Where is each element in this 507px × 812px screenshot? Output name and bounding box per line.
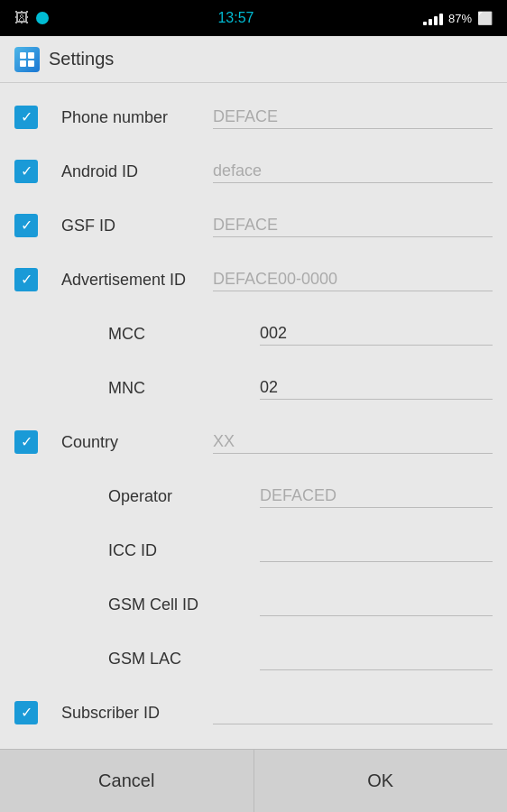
- setting-row-gsm-cell-id: GSM Cell ID: [0, 577, 507, 632]
- checkbox-area-gsf-id: ✓: [14, 214, 61, 237]
- label-phone-number: Phone number: [61, 108, 206, 127]
- field-wrapper-icc-id: [260, 539, 493, 562]
- setting-row-operator: Operator: [0, 469, 507, 523]
- checkmark-gsf-id: ✓: [21, 218, 32, 233]
- status-right: 87% ⬜: [423, 11, 493, 25]
- label-android-id: Android ID: [61, 162, 206, 181]
- input-operator[interactable]: [260, 484, 493, 508]
- field-wrapper-android-id: [213, 160, 493, 183]
- dot-icon: [36, 12, 49, 24]
- label-operator: Operator: [108, 487, 253, 506]
- input-gsf-id[interactable]: [213, 214, 493, 237]
- field-wrapper-phone-number: [213, 106, 493, 129]
- battery-icon: ⬜: [477, 11, 493, 25]
- setting-row-mnc: MNC: [0, 361, 507, 415]
- app-icon: [14, 47, 40, 72]
- svg-rect-3: [28, 60, 34, 67]
- setting-row-mcc: MCC: [0, 307, 507, 361]
- checkmark-subscriber-id: ✓: [21, 706, 32, 720]
- checkbox-gsf-id[interactable]: ✓: [14, 214, 38, 237]
- input-icc-id[interactable]: [260, 539, 493, 562]
- page-title: Settings: [49, 49, 114, 69]
- input-gsm-cell-id[interactable]: [260, 593, 493, 616]
- checkbox-area-phone-number: ✓: [14, 106, 61, 129]
- ok-button[interactable]: OK: [254, 750, 508, 812]
- input-gsm-lac[interactable]: [260, 647, 493, 670]
- field-wrapper-operator: [260, 484, 493, 508]
- label-icc-id: ICC ID: [108, 541, 253, 560]
- field-wrapper-gsm-cell-id: [260, 593, 493, 616]
- checkmark-country: ✓: [21, 435, 32, 449]
- input-android-id[interactable]: [213, 160, 493, 183]
- signal-icon: [423, 11, 443, 25]
- svg-rect-1: [28, 52, 34, 59]
- checkbox-android-id[interactable]: ✓: [14, 160, 38, 183]
- button-bar: Cancel OK: [0, 749, 507, 812]
- label-gsm-lac: GSM LAC: [108, 650, 253, 669]
- field-wrapper-advertisement-id: [213, 268, 493, 291]
- clock: 13:57: [217, 10, 254, 26]
- setting-row-gsm-lac: GSM LAC: [0, 632, 507, 686]
- setting-row-android-id: ✓ Android ID: [0, 144, 507, 198]
- label-mnc: MNC: [108, 379, 253, 398]
- field-wrapper-mnc: [260, 376, 493, 400]
- checkbox-advertisement-id[interactable]: ✓: [14, 268, 38, 291]
- checkbox-country[interactable]: ✓: [14, 430, 38, 454]
- battery-level: 87%: [448, 12, 472, 25]
- label-subscriber-id: Subscriber ID: [61, 704, 206, 723]
- label-advertisement-id: Advertisement ID: [61, 271, 206, 290]
- input-advertisement-id[interactable]: [213, 268, 493, 291]
- label-gsf-id: GSF ID: [61, 217, 206, 235]
- checkbox-phone-number[interactable]: ✓: [14, 106, 38, 129]
- checkmark-android-id: ✓: [21, 164, 32, 179]
- checkmark-advertisement-id: ✓: [21, 272, 32, 287]
- field-wrapper-mcc: [260, 322, 493, 346]
- setting-row-subscriber-id: ✓ Subscriber ID: [0, 686, 507, 740]
- setting-row-gsf-id: ✓ GSF ID: [0, 198, 507, 253]
- input-subscriber-id[interactable]: [213, 701, 493, 724]
- checkmark-phone-number: ✓: [21, 110, 32, 125]
- label-gsm-cell-id: GSM Cell ID: [108, 595, 253, 614]
- setting-row-icc-id: ICC ID: [0, 523, 507, 577]
- field-wrapper-subscriber-id: [213, 701, 493, 724]
- title-bar: Settings: [0, 36, 507, 83]
- label-mcc: MCC: [108, 325, 253, 344]
- svg-rect-0: [20, 52, 26, 59]
- svg-rect-2: [20, 60, 26, 67]
- settings-list: ✓ Phone number ✓ Android ID: [0, 83, 507, 749]
- checkbox-area-country: ✓: [14, 430, 61, 454]
- checkbox-area-advertisement-id: ✓: [14, 268, 61, 291]
- input-mnc[interactable]: [260, 376, 493, 400]
- field-wrapper-gsm-lac: [260, 647, 493, 670]
- setting-row-country: ✓ Country: [0, 415, 507, 469]
- setting-row-phone-number: ✓ Phone number: [0, 90, 507, 144]
- label-country: Country: [61, 433, 206, 452]
- checkbox-subscriber-id[interactable]: ✓: [14, 701, 38, 724]
- checkbox-area-android-id: ✓: [14, 160, 61, 183]
- photo-icon: 🖼: [14, 10, 29, 26]
- field-wrapper-country: [213, 430, 493, 454]
- input-country[interactable]: [213, 430, 493, 454]
- status-left: 🖼: [14, 10, 49, 26]
- input-mcc[interactable]: [260, 322, 493, 346]
- cancel-button[interactable]: Cancel: [0, 750, 254, 812]
- status-bar: 🖼 13:57 87% ⬜: [0, 0, 507, 36]
- input-phone-number[interactable]: [213, 106, 493, 129]
- field-wrapper-gsf-id: [213, 214, 493, 237]
- setting-row-advertisement-id: ✓ Advertisement ID: [0, 253, 507, 307]
- checkbox-area-subscriber-id: ✓: [14, 701, 61, 724]
